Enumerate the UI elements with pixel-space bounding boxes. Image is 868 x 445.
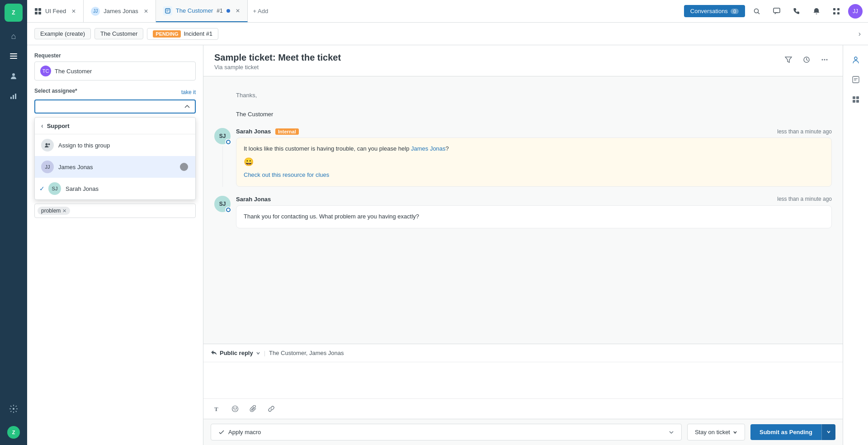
history-button[interactable] — [799, 52, 814, 67]
tab-the-customer-icon — [163, 6, 172, 15]
tab-the-customer[interactable]: The Customer #1 ✕ — [156, 0, 248, 22]
apps-panel-button[interactable] — [847, 90, 865, 109]
data-panel-button[interactable] — [847, 71, 865, 89]
tag-problem-remove[interactable]: ✕ — [62, 208, 66, 214]
svg-point-28 — [824, 59, 826, 61]
tab-ticket-number: #1 — [217, 8, 222, 14]
internal-message-meta: Sarah Jonas Internal — [236, 128, 299, 135]
messages-area: Thanks, The Customer SJ — [203, 76, 843, 344]
apply-macro-button[interactable]: Apply macro — [211, 424, 682, 440]
tag-problem: problem ✕ — [38, 207, 70, 215]
take-it-link[interactable]: take it — [181, 89, 196, 95]
reply-type-selector[interactable]: Public reply — [211, 350, 260, 356]
reply-body[interactable] — [203, 362, 843, 398]
dropdown-item-sarah[interactable]: ✓ SJ Sarah Jonas — [35, 178, 195, 199]
search-button[interactable] — [749, 3, 765, 19]
svg-rect-37 — [853, 76, 859, 83]
normal-message-content: Sarah Jonas less than a minute ago Thank… — [236, 196, 832, 228]
main-area: UI Feed ✕ JJ James Jonas ✕ The Customer … — [27, 0, 868, 445]
submit-dropdown-button[interactable] — [821, 424, 835, 440]
breadcrumb-arrow[interactable]: › — [859, 30, 861, 38]
svg-rect-18 — [774, 8, 780, 13]
assignee-header: Select assignee* take it — [34, 88, 196, 97]
chat-button[interactable] — [769, 3, 785, 19]
apps-button[interactable] — [828, 3, 844, 19]
sarah-normal-avatar: SJ — [214, 196, 231, 212]
message-excerpt: Thanks, The Customer — [214, 84, 832, 128]
home-icon[interactable]: ⌂ — [5, 27, 23, 45]
format-text-button[interactable]: T — [211, 402, 223, 415]
tab-ui-feed-close[interactable]: ✕ — [71, 8, 76, 14]
views-icon[interactable] — [5, 47, 23, 65]
dropdown-item-james[interactable]: JJ James Jonas — [35, 156, 195, 178]
reply-recipients: The Customer, James Jonas — [269, 350, 344, 356]
tab-ui-feed-label: UI Feed — [45, 8, 66, 14]
assignee-search-input[interactable] — [40, 103, 184, 110]
svg-rect-42 — [853, 100, 855, 103]
tab-bar-right: Conversations 0 — [679, 3, 868, 19]
tab-james-jonas-close[interactable]: ✕ — [144, 8, 148, 14]
tab-james-jonas-avatar: JJ — [91, 7, 100, 16]
svg-point-4 — [12, 73, 15, 76]
assignee-input-wrap[interactable] — [34, 99, 196, 114]
emoji-button[interactable] — [229, 402, 241, 415]
svg-marker-25 — [785, 57, 792, 62]
user-info-panel-button[interactable] — [847, 51, 865, 69]
reply-type-label: Public reply — [220, 350, 253, 356]
cursor-dot — [180, 163, 188, 171]
attach-button[interactable] — [247, 402, 259, 415]
conversations-button[interactable]: Conversations 0 — [684, 5, 745, 17]
sarah-normal-badge-icon — [225, 207, 231, 213]
back-arrow-icon[interactable]: ‹ — [41, 122, 43, 129]
tab-the-customer-label: The Customer — [176, 7, 213, 14]
breadcrumb-the-customer[interactable]: The Customer — [94, 28, 143, 39]
submit-pending-button[interactable]: Submit as Pending — [750, 424, 821, 440]
link-button[interactable] — [265, 402, 278, 415]
apply-macro-label: Apply macro — [228, 429, 261, 436]
conversations-badge: 0 — [731, 9, 739, 14]
sarah-internal-avatar: SJ — [214, 128, 231, 144]
svg-point-23 — [46, 143, 48, 146]
tab-the-customer-close[interactable]: ✕ — [236, 8, 240, 14]
add-tab-label: + Add — [253, 8, 269, 14]
reply-chevron-icon — [256, 351, 260, 355]
reporting-icon[interactable] — [5, 87, 23, 105]
assignee-label: Select assignee* — [34, 88, 77, 94]
admin-icon[interactable] — [5, 400, 23, 418]
stay-on-ticket-label: Stay on ticket — [695, 429, 730, 436]
sarah-badge-icon — [225, 139, 231, 145]
zendesk-logo[interactable]: Z — [5, 4, 23, 22]
phone-button[interactable] — [788, 3, 805, 19]
internal-message-bubble: It looks like this customer is having tr… — [236, 137, 832, 186]
macro-chevron-icon — [669, 430, 674, 435]
submit-chevron-icon — [826, 430, 831, 434]
sidebar-user-icon[interactable]: Z — [5, 423, 23, 441]
mention-james-link[interactable]: James Jonas — [411, 145, 446, 152]
bell-button[interactable] — [808, 3, 825, 19]
dropdown-header: ‹ Support — [35, 118, 195, 134]
sidebar: Z ⌂ Z — [0, 0, 27, 445]
more-button[interactable] — [817, 52, 832, 67]
dropdown-group-name: Support — [47, 123, 70, 129]
ticket-title: Sample ticket: Meet the ticket — [214, 52, 341, 63]
dropdown-item-assign-group[interactable]: Assign to this group — [35, 134, 195, 156]
normal-message-time: less than a minute ago — [777, 196, 832, 202]
svg-point-31 — [227, 208, 230, 211]
normal-author-name: Sarah Jonas — [236, 196, 271, 203]
resource-link[interactable]: Check out this resource for clues — [244, 171, 329, 178]
svg-point-34 — [234, 408, 235, 409]
tab-ui-feed[interactable]: UI Feed ✕ — [27, 0, 84, 22]
add-tab-button[interactable]: + Add — [248, 8, 274, 14]
breadcrumb-example-create[interactable]: Example (create) — [34, 28, 91, 39]
stay-on-ticket-button[interactable]: Stay on ticket — [687, 424, 745, 440]
ticket-header: Sample ticket: Meet the ticket Via sampl… — [203, 45, 843, 76]
customers-icon[interactable] — [5, 67, 23, 85]
tab-james-jonas[interactable]: JJ James Jonas ✕ — [84, 0, 156, 22]
checkmark-icon: ✓ — [39, 185, 45, 192]
user-avatar-button[interactable]: JJ — [848, 4, 863, 19]
reply-toolbar: T — [203, 398, 843, 419]
reply-header: Public reply | The Customer, James Jonas — [203, 344, 843, 362]
requester-field[interactable]: TC The Customer — [34, 62, 196, 80]
filter-button[interactable] — [781, 52, 796, 67]
breadcrumb-incident[interactable]: PENDING Incident #1 — [147, 28, 218, 40]
